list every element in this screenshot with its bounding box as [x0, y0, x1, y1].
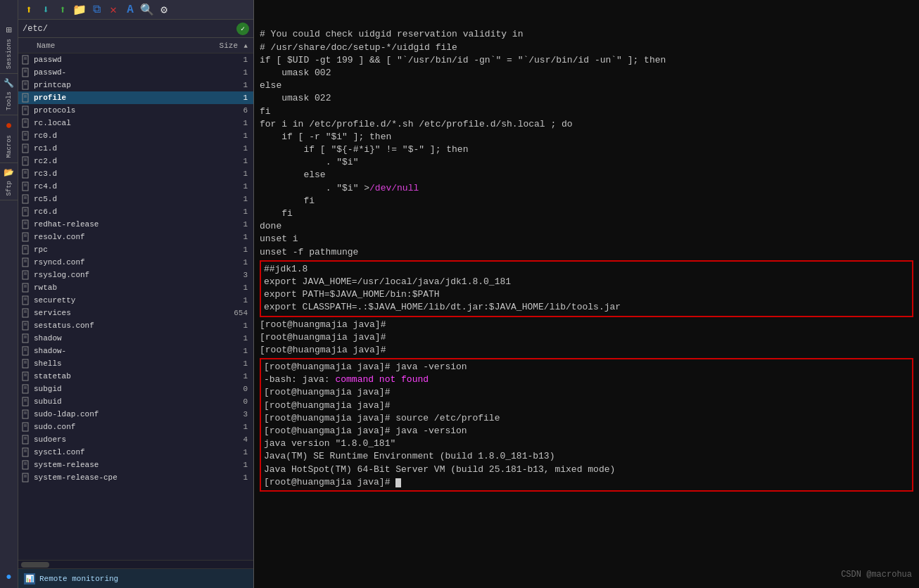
copy-down-button[interactable]: ⬇ — [38, 2, 53, 18]
file-size: 1 — [215, 81, 251, 89]
list-item[interactable]: system-release1 — [18, 459, 253, 471]
copy-button[interactable]: ⧉ — [89, 2, 104, 18]
t-line: for i in /etc/profile.d/*.sh /etc/profil… — [260, 118, 913, 131]
sort-arrow-icon: ▲ — [244, 43, 248, 50]
file-name: shadow- — [34, 347, 215, 355]
list-item[interactable]: rc.local1 — [18, 117, 253, 129]
copy-up-button[interactable]: ⬆ — [21, 2, 37, 18]
list-item[interactable]: sudoers4 — [18, 433, 253, 446]
list-item[interactable]: sudo.conf1 — [18, 421, 253, 433]
list-item[interactable]: sudo-ldap.conf3 — [18, 408, 253, 421]
list-item[interactable]: shadow-1 — [18, 345, 253, 357]
t-line: . "$i" — [260, 156, 913, 169]
list-item[interactable]: system-release-cpe1 — [18, 471, 253, 484]
file-list-header: Name Size ▲ — [18, 38, 253, 53]
path-ok-button[interactable]: ✓ — [236, 23, 249, 35]
list-item[interactable]: rpc1 — [18, 243, 253, 256]
list-item[interactable]: services654 — [18, 307, 253, 319]
path-input[interactable] — [23, 24, 236, 34]
file-size: 1 — [215, 220, 251, 229]
list-item[interactable]: rc4.d1 — [18, 180, 253, 193]
terminal-panel[interactable]: # You could check uidgid reservation val… — [254, 0, 919, 588]
file-name: securetty — [34, 296, 215, 305]
t-line: fi — [260, 195, 913, 207]
t-line: Java HotSpot(TM) 64-Bit Server VM (build… — [264, 464, 909, 476]
sessions-icon: ⊞ — [6, 24, 11, 36]
file-icon — [21, 460, 31, 470]
file-name: system-release — [34, 461, 215, 469]
remote-monitoring-bar[interactable]: 📊 Remote monitoring — [18, 568, 253, 588]
list-item[interactable]: printcap1 — [18, 79, 253, 91]
svg-rect-93 — [23, 448, 28, 456]
svg-rect-39 — [23, 220, 28, 229]
horizontal-scrollbar[interactable] — [18, 560, 253, 568]
list-item[interactable]: subgid0 — [18, 383, 253, 395]
file-icon — [21, 80, 31, 90]
file-icon — [21, 245, 31, 255]
file-name: rc5.d — [34, 195, 215, 203]
svg-rect-54 — [23, 283, 28, 292]
file-icon — [21, 435, 31, 445]
svg-rect-81 — [23, 397, 28, 406]
new-folder-button[interactable]: 📁 — [72, 2, 87, 18]
sidebar-sftp[interactable]: 📂 Sftp — [0, 163, 18, 201]
list-item[interactable]: rc2.d1 — [18, 155, 253, 167]
list-item[interactable]: rsyncd.conf1 — [18, 256, 253, 269]
list-item[interactable]: rc6.d1 — [18, 205, 253, 218]
file-icon — [21, 346, 31, 356]
list-item[interactable]: resolv.conf1 — [18, 231, 253, 243]
sidebar-sessions[interactable]: ⊞ Sessions — [0, 20, 18, 74]
sidebar-circle-icon: ● — [6, 571, 11, 582]
delete-button[interactable]: ✕ — [106, 2, 121, 18]
move-up-button[interactable]: ⬆ — [55, 2, 70, 18]
list-item[interactable]: securetty1 — [18, 294, 253, 307]
file-icon — [21, 473, 31, 482]
list-item[interactable]: rc1.d1 — [18, 142, 253, 155]
file-size: 1 — [215, 283, 251, 292]
list-item[interactable]: rc5.d1 — [18, 193, 253, 205]
t-line: umask 022 — [260, 92, 913, 105]
file-icon — [21, 156, 31, 166]
sftp-label: Sftp — [6, 181, 13, 196]
list-item[interactable]: rc0.d1 — [18, 129, 253, 142]
t-line: else — [260, 169, 913, 181]
list-item[interactable]: sysctl.conf1 — [18, 446, 253, 459]
t-line: umask 002 — [260, 67, 913, 79]
col-size-header: Size ▲ — [215, 41, 251, 50]
list-item[interactable]: passwd-1 — [18, 66, 253, 79]
svg-rect-84 — [23, 410, 28, 418]
list-item[interactable]: rwtab1 — [18, 281, 253, 294]
file-name: subgid — [34, 385, 215, 393]
path-bar: ✓ — [18, 20, 253, 38]
list-item[interactable]: profile1 — [18, 91, 253, 104]
list-item[interactable]: statetab1 — [18, 370, 253, 383]
list-item[interactable]: protocols6 — [18, 104, 253, 117]
sidebar-macros[interactable]: ● Macros — [0, 115, 18, 162]
settings-button[interactable]: ⚙ — [156, 2, 172, 18]
file-size: 1 — [215, 296, 251, 305]
list-item[interactable]: rsyslog.conf3 — [18, 269, 253, 281]
svg-rect-69 — [23, 347, 28, 355]
search-button[interactable]: 🔍 — [139, 2, 155, 18]
list-item[interactable]: passwd1 — [18, 53, 253, 66]
list-item[interactable]: redhat-release1 — [18, 218, 253, 231]
list-item[interactable]: sestatus.conf1 — [18, 319, 253, 332]
file-size: 6 — [215, 106, 251, 115]
svg-rect-36 — [23, 207, 28, 216]
sidebar-tools[interactable]: 🔧 Tools — [0, 74, 18, 115]
file-name: passwd — [34, 56, 215, 64]
file-icon — [21, 321, 31, 331]
file-icon — [21, 118, 31, 128]
rename-button[interactable]: A — [122, 2, 138, 18]
list-item[interactable]: shells1 — [18, 357, 253, 370]
list-item[interactable]: rc3.d1 — [18, 167, 253, 180]
t-line: [root@huangmajia java]# — [264, 386, 909, 399]
file-size: 1 — [215, 233, 251, 241]
file-size: 1 — [215, 347, 251, 355]
file-name: rwtab — [34, 283, 215, 292]
list-item[interactable]: subuid0 — [18, 395, 253, 408]
list-item[interactable]: shadow1 — [18, 332, 253, 345]
file-name: sudoers — [34, 435, 215, 444]
t-line: fi — [260, 207, 913, 220]
file-size: 1 — [215, 372, 251, 381]
